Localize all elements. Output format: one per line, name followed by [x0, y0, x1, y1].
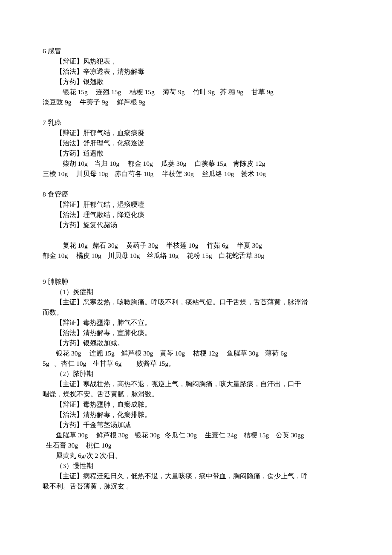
section-9-phase1-ing2: 5g 。杏仁 10g 生甘草 6g 败酱草 15g。: [43, 358, 349, 369]
section-7: 7 乳癌 【辩证】肝郁气结，血瘀痰凝 【治法】舒肝理气，化痰逐淤 【方药】逍遥散…: [43, 118, 349, 179]
section-9-phase3-label: （3）慢性期: [43, 461, 349, 471]
section-7-ingredients-1: 柴胡 10g 当归 10g 郁金 10g 瓜蒌 30g 白蒺藜 15g 青陈皮 …: [43, 159, 349, 169]
section-7-zhifa: 【治法】舒肝理气，化痰逐淤: [43, 138, 349, 148]
section-6-ingredients-1: 银花 15g 连翘 15g 桔梗 15g 薄荷 9g 竹叶 9g 芥 穗 9g …: [43, 87, 349, 97]
section-8-ingredients-2: 郁金 10g 橘皮 10g 川贝母 10g 丝瓜络 10g 花粉 15g 白花蛇…: [43, 251, 349, 261]
section-9-phase1-bianzh: 【辩证】毒热壅滞，肺气不宣。: [43, 318, 349, 328]
section-8-zhifa: 【治法】理气散结，降逆化痰: [43, 210, 349, 220]
section-9-phase1-zhuzh: 【主证】恶寒发热，咳嗽胸痛。呼吸不利，痰粘气促。口干舌燥，舌苔薄黄，脉浮滑: [43, 297, 349, 307]
section-9-phase1-zhuzh-cont: 而数。: [43, 307, 349, 318]
section-9-phase1-label: （1）炎症期: [43, 287, 349, 297]
section-8-ingredients-1: 复花 10g 赭石 30g 黄药子 30g 半枝莲 10g 竹茹 6g 半夏 3…: [43, 240, 349, 251]
section-9-phase2-zhuzh: 【主证】寒战壮热，高热不退，呃逆上气，胸闷胸痛，咳大量脓痰，自汗出，口干: [43, 379, 349, 389]
section-8-title: 8 食管癌: [43, 189, 349, 199]
section-9-phase2-zhifa: 【治法】清热解毒，化瘀排脓。: [43, 410, 349, 420]
section-7-fangyao: 【方药】逍遥散: [43, 148, 349, 159]
section-9-phase3-zhuzh: 【主证】病程迁延日久，低热不退，大量咳痰，痰中带血，胸闷隐痛，食少上气，呼: [43, 471, 349, 481]
section-7-ingredients-2: 三棱 10g 川贝母 10g 赤白芍各 10g 半枝莲 30g 丝瓜络 10g …: [43, 169, 349, 179]
section-8-bianzh: 【辩证】肝郁气结，湿痰哽噎: [43, 199, 349, 210]
section-9-phase2-ing1: 鱼腥草 30g 鲜芦根 30g 银花 30g 冬瓜仁 30g 生薏仁 24g 桔…: [43, 430, 349, 440]
section-9-phase2-bianzh: 【辩证】毒热壅肺，血瘀成脓。: [43, 399, 349, 410]
section-8: 8 食管癌 【辩证】肝郁气结，湿痰哽噎 【治法】理气散结，降逆化痰 【方药】旋复…: [43, 189, 349, 261]
section-9-phase2-extra: 犀黄丸 6g/次 2 次/日。: [43, 451, 349, 461]
section-6-ingredients-2: 淡豆豉 9g 牛蒡子 9g 鲜芦根 9g: [43, 97, 349, 107]
section-9: 9 肺脓肿 （1）炎症期 【主证】恶寒发热，咳嗽胸痛。呼吸不利，痰粘气促。口干舌…: [43, 277, 349, 491]
section-6-zhifa: 【治法】辛凉透表，清热解毒: [43, 66, 349, 77]
section-9-phase2-label: （2）脓肿期: [43, 369, 349, 379]
section-8-fangyao: 【方药】旋复代赭汤: [43, 220, 349, 230]
section-9-phase2-ing2: 生石膏 30g 桃仁 10g: [43, 440, 349, 451]
section-9-title: 9 肺脓肿: [43, 277, 349, 287]
section-9-phase3-zhuzh-cont: 吸不利。舌苔薄黄，脉沉玄 。: [43, 481, 349, 491]
section-9-phase1-fangyao: 【方药】银翘散加减。: [43, 338, 349, 348]
section-9-phase1-zhifa: 【治法】清热解毒，宣肺化痰。: [43, 328, 349, 338]
document-page: 6 感冒 【辩证】风热犯表， 【治法】辛凉透表，清热解毒 【方药】银翘散 银花 …: [0, 0, 392, 517]
section-9-phase1-ing1: 银花 30g 连翘 15g 鲜芦根 30g 黄芩 10g 桔梗 12g 鱼腥草 …: [43, 348, 349, 358]
section-7-title: 7 乳癌: [43, 118, 349, 128]
section-6-bianzh: 【辩证】风热犯表，: [43, 56, 349, 66]
section-7-bianzh: 【辩证】肝郁气结，血瘀痰凝: [43, 128, 349, 138]
section-9-phase2-zhuzh-cont: 咽燥，燥扰不安。舌苔黄腻，脉滑数。: [43, 389, 349, 399]
section-6: 6 感冒 【辩证】风热犯表， 【治法】辛凉透表，清热解毒 【方药】银翘散 银花 …: [43, 46, 349, 107]
section-9-phase2-fangyao: 【方药】千金苇茎汤加减: [43, 420, 349, 430]
section-6-title: 6 感冒: [43, 46, 349, 56]
section-6-fangyao: 【方药】银翘散: [43, 77, 349, 87]
